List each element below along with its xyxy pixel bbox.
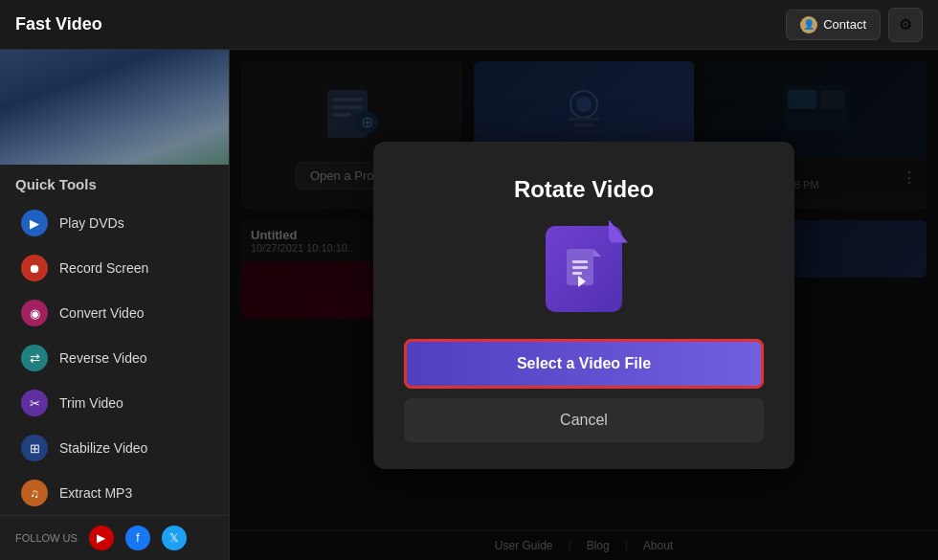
sidebar-item-label: Record Screen <box>59 260 148 276</box>
modal-overlay: Rotate Video Select a Video File Cancel <box>230 50 938 560</box>
contact-icon: 👤 <box>800 16 817 34</box>
rotate-video-modal: Rotate Video Select a Video File Cancel <box>373 142 794 469</box>
select-video-file-button[interactable]: Select a Video File <box>404 339 764 389</box>
main-area: ⊕ Open a Project <box>230 50 938 560</box>
sidebar-item-label: Extract MP3 <box>59 485 132 501</box>
extract-mp3-icon: ♫ <box>21 480 48 506</box>
sidebar-item-convert-video[interactable]: ◉ Convert Video <box>6 291 223 335</box>
trim-video-icon: ✂ <box>21 390 48 416</box>
modal-file-icon <box>546 226 622 312</box>
svg-rect-18 <box>572 272 582 275</box>
sidebar-items-list: ▶ Play DVDs ⏺ Record Screen ◉ Convert Vi… <box>0 200 229 515</box>
convert-video-icon: ◉ <box>21 300 48 326</box>
app-title: Fast Video <box>15 14 102 34</box>
quick-tools-heading: Quick Tools <box>0 165 229 200</box>
svg-marker-15 <box>593 249 601 257</box>
sidebar-footer: FOLLOW US ▶ f 𝕏 <box>0 515 229 560</box>
sidebar-item-trim-video[interactable]: ✂ Trim Video <box>6 381 223 425</box>
sidebar-item-reverse-video[interactable]: ⇄ Reverse Video <box>6 336 223 380</box>
sidebar: Quick Tools ▶ Play DVDs ⏺ Record Screen … <box>0 50 230 560</box>
settings-button[interactable]: ⚙ <box>888 8 923 42</box>
reverse-video-icon: ⇄ <box>21 345 48 371</box>
sidebar-item-record-screen[interactable]: ⏺ Record Screen <box>6 246 223 290</box>
facebook-icon[interactable]: f <box>125 526 150 550</box>
sidebar-item-stabilize-video[interactable]: ⊞ Stabilize Video <box>6 426 223 470</box>
header-actions: 👤 Contact ⚙ <box>786 8 923 42</box>
cancel-button[interactable]: Cancel <box>404 398 764 442</box>
modal-title: Rotate Video <box>514 176 654 203</box>
play-dvds-icon: ▶ <box>21 210 48 236</box>
sidebar-item-label: Stabilize Video <box>59 440 147 456</box>
thumbnail-image <box>0 50 229 165</box>
sidebar-item-play-dvds[interactable]: ▶ Play DVDs <box>6 201 223 245</box>
sidebar-item-extract-mp3[interactable]: ♫ Extract MP3 <box>6 471 223 515</box>
stabilize-video-icon: ⊞ <box>21 435 48 461</box>
settings-icon: ⚙ <box>899 15 912 34</box>
contact-button[interactable]: 👤 Contact <box>786 10 881 40</box>
svg-rect-17 <box>572 266 588 269</box>
sidebar-item-label: Convert Video <box>59 305 144 321</box>
svg-rect-16 <box>572 260 588 263</box>
record-screen-icon: ⏺ <box>21 255 48 281</box>
youtube-icon[interactable]: ▶ <box>89 526 114 550</box>
sidebar-item-label: Trim Video <box>59 395 123 411</box>
header: Fast Video 👤 Contact ⚙ <box>0 0 938 50</box>
contact-label: Contact <box>823 17 866 32</box>
sidebar-item-label: Play DVDs <box>59 215 124 231</box>
sidebar-thumbnail <box>0 50 229 165</box>
main-layout: Quick Tools ▶ Play DVDs ⏺ Record Screen … <box>0 50 938 560</box>
twitter-icon[interactable]: 𝕏 <box>162 526 187 550</box>
follow-label: FOLLOW US <box>15 532 78 544</box>
sidebar-item-label: Reverse Video <box>59 350 147 366</box>
